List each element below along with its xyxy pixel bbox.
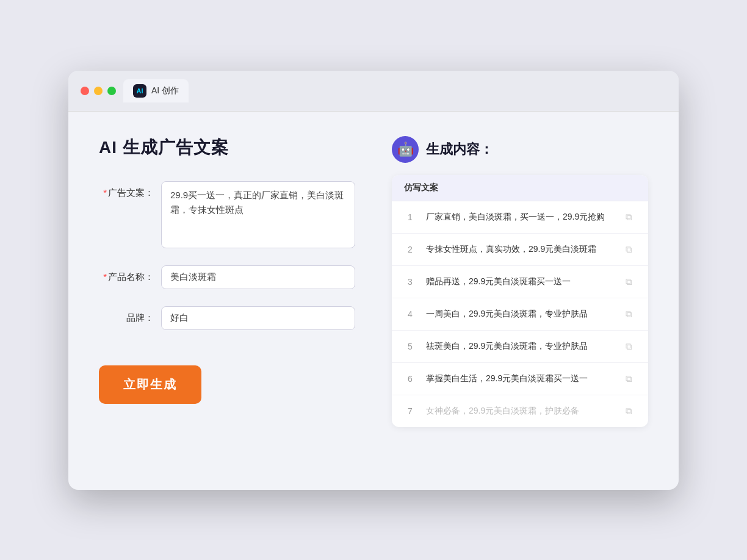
result-title: 生成内容：: [426, 140, 493, 159]
row-number: 2: [404, 245, 416, 254]
row-number: 6: [404, 374, 416, 384]
table-row: 1厂家直销，美白淡斑霜，买一送一，29.9元抢购⧉: [392, 201, 648, 234]
table-row: 5祛斑美白，29.9元美白淡斑霜，专业护肤品⧉: [392, 331, 648, 363]
right-panel: 生成内容： 仿写文案 1厂家直销，美白淡斑霜，买一送一，29.9元抢购⧉2专抹女…: [392, 136, 648, 465]
page-title: AI 生成广告文案: [99, 136, 355, 159]
ad-copy-input[interactable]: [161, 181, 355, 248]
copy-icon[interactable]: ⧉: [621, 307, 636, 321]
browser-window: AI AI 创作 AI 生成广告文案 *广告文案： *产品名称：: [68, 71, 679, 490]
copy-icon[interactable]: ⧉: [621, 210, 636, 224]
row-number: 4: [404, 309, 416, 319]
result-rows-container: 1厂家直销，美白淡斑霜，买一送一，29.9元抢购⧉2专抹女性斑点，真实功效，29…: [392, 201, 648, 427]
left-panel: AI 生成广告文案 *广告文案： *产品名称： 品牌： 立: [99, 136, 355, 465]
required-star-2: *: [103, 271, 107, 282]
table-row: 7女神必备，29.9元美白淡斑霜，护肤必备⧉: [392, 395, 648, 427]
table-row: 2专抹女性斑点，真实功效，29.9元美白淡斑霜⧉: [392, 234, 648, 266]
copy-icon[interactable]: ⧉: [621, 372, 636, 386]
brand-input[interactable]: [161, 306, 355, 330]
copy-icon[interactable]: ⧉: [621, 275, 636, 289]
row-number: 5: [404, 342, 416, 351]
tab-icon: AI: [133, 84, 146, 98]
brand-group: 品牌：: [99, 306, 355, 330]
row-number: 7: [404, 406, 416, 416]
brand-label: 品牌：: [99, 306, 154, 324]
row-number: 3: [404, 277, 416, 287]
minimize-button[interactable]: [94, 87, 103, 95]
row-text: 赠品再送，29.9元美白淡斑霜买一送一: [426, 275, 612, 288]
product-name-label: *产品名称：: [99, 265, 154, 283]
row-text: 掌握美白生活，29.9元美白淡斑霜买一送一: [426, 372, 612, 385]
main-content: AI 生成广告文案 *广告文案： *产品名称： 品牌： 立: [68, 112, 679, 490]
table-row: 3赠品再送，29.9元美白淡斑霜买一送一⧉: [392, 266, 648, 298]
generate-button[interactable]: 立即生成: [99, 365, 201, 404]
ad-copy-label: *广告文案：: [99, 181, 154, 199]
row-text: 女神必备，29.9元美白淡斑霜，护肤必备: [426, 404, 612, 417]
copy-icon[interactable]: ⧉: [621, 339, 636, 354]
robot-icon: [392, 136, 419, 163]
product-name-group: *产品名称：: [99, 265, 355, 289]
row-text: 祛斑美白，29.9元美白淡斑霜，专业护肤品: [426, 340, 612, 353]
copy-icon[interactable]: ⧉: [621, 242, 636, 257]
table-row: 4一周美白，29.9元美白淡斑霜，专业护肤品⧉: [392, 298, 648, 331]
table-header: 仿写文案: [392, 175, 648, 201]
close-button[interactable]: [81, 87, 89, 95]
result-table: 仿写文案 1厂家直销，美白淡斑霜，买一送一，29.9元抢购⧉2专抹女性斑点，真实…: [392, 175, 648, 427]
maximize-button[interactable]: [107, 87, 116, 95]
ad-copy-group: *广告文案：: [99, 181, 355, 248]
traffic-lights: [81, 87, 116, 95]
copy-icon[interactable]: ⧉: [621, 404, 636, 418]
result-header: 生成内容：: [392, 136, 648, 163]
row-text: 专抹女性斑点，真实功效，29.9元美白淡斑霜: [426, 243, 612, 256]
required-star: *: [103, 187, 107, 198]
titlebar: AI AI 创作: [68, 71, 679, 112]
row-text: 一周美白，29.9元美白淡斑霜，专业护肤品: [426, 307, 612, 320]
row-text: 厂家直销，美白淡斑霜，买一送一，29.9元抢购: [426, 210, 612, 223]
tab-label: AI 创作: [151, 85, 179, 96]
tab-ai-create[interactable]: AI AI 创作: [123, 79, 189, 102]
row-number: 1: [404, 212, 416, 222]
product-name-input[interactable]: [161, 265, 355, 289]
table-row: 6掌握美白生活，29.9元美白淡斑霜买一送一⧉: [392, 363, 648, 395]
